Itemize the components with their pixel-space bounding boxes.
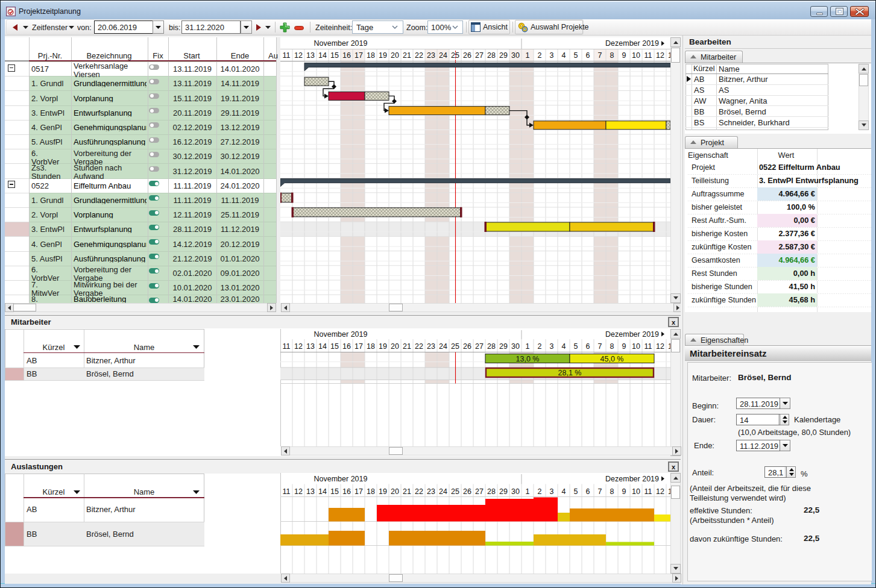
svg-text:45,0 %: 45,0 % <box>600 355 624 363</box>
svg-text:29: 29 <box>499 51 508 60</box>
svg-text:28,1 %: 28,1 % <box>558 369 582 377</box>
svg-text:3: 3 <box>550 51 554 60</box>
svg-text:21: 21 <box>403 342 411 351</box>
svg-text:19: 19 <box>379 342 387 351</box>
svg-text:2: 2 <box>538 342 542 351</box>
svg-text:22: 22 <box>415 487 423 496</box>
svg-text:17: 17 <box>354 342 363 351</box>
svg-text:19: 19 <box>379 487 387 496</box>
svg-text:November 2019: November 2019 <box>314 39 368 48</box>
svg-text:1: 1 <box>526 342 530 351</box>
svg-text:13: 13 <box>306 342 315 351</box>
svg-text:26: 26 <box>463 487 471 496</box>
svg-text:10: 10 <box>632 487 640 496</box>
svg-text:16: 16 <box>342 342 351 351</box>
svg-text:15: 15 <box>330 51 339 60</box>
svg-text:7: 7 <box>598 51 602 60</box>
svg-text:6: 6 <box>586 342 590 351</box>
svg-text:8: 8 <box>610 51 614 60</box>
svg-text:17: 17 <box>354 487 363 496</box>
svg-text:Dezember 2019: Dezember 2019 <box>605 330 659 339</box>
svg-text:28: 28 <box>487 51 496 60</box>
svg-text:18: 18 <box>367 342 375 351</box>
svg-text:3: 3 <box>550 487 554 496</box>
svg-text:Dezember 2019: Dezember 2019 <box>605 475 659 483</box>
svg-text:20: 20 <box>391 487 399 496</box>
svg-text:15: 15 <box>330 487 339 496</box>
svg-text:12: 12 <box>656 342 664 351</box>
svg-text:30: 30 <box>511 487 520 496</box>
svg-text:25: 25 <box>451 342 459 351</box>
svg-text:20: 20 <box>391 51 399 60</box>
svg-text:8: 8 <box>610 342 614 351</box>
svg-text:Dezember 2019: Dezember 2019 <box>605 39 659 48</box>
svg-text:22: 22 <box>415 342 423 351</box>
svg-text:5: 5 <box>574 487 578 496</box>
svg-text:11: 11 <box>283 487 291 496</box>
svg-text:26: 26 <box>463 51 471 60</box>
svg-text:3: 3 <box>550 342 554 351</box>
svg-text:6: 6 <box>586 487 590 496</box>
svg-text:27: 27 <box>475 487 484 496</box>
svg-text:21: 21 <box>403 487 411 496</box>
svg-text:29: 29 <box>499 487 508 496</box>
svg-text:November 2019: November 2019 <box>314 475 368 483</box>
svg-text:7: 7 <box>598 487 602 496</box>
svg-text:28: 28 <box>487 342 496 351</box>
svg-text:6: 6 <box>586 51 590 60</box>
svg-text:12: 12 <box>294 51 303 60</box>
svg-text:13: 13 <box>306 487 315 496</box>
svg-text:November 2019: November 2019 <box>314 330 368 339</box>
svg-text:17: 17 <box>354 51 363 60</box>
svg-text:30: 30 <box>511 51 520 60</box>
svg-text:4: 4 <box>562 342 566 351</box>
svg-text:4: 4 <box>562 487 566 496</box>
svg-text:12: 12 <box>656 51 664 60</box>
svg-text:18: 18 <box>367 487 375 496</box>
svg-text:23: 23 <box>427 51 435 60</box>
svg-text:14: 14 <box>318 487 327 496</box>
svg-text:24: 24 <box>439 51 447 60</box>
svg-text:15: 15 <box>330 342 339 351</box>
svg-text:30: 30 <box>511 342 520 351</box>
svg-text:24: 24 <box>439 487 447 496</box>
svg-text:11: 11 <box>283 342 291 351</box>
svg-text:9: 9 <box>622 342 626 351</box>
svg-text:19: 19 <box>379 51 387 60</box>
svg-text:24: 24 <box>439 342 447 351</box>
svg-text:5: 5 <box>574 51 578 60</box>
svg-text:1: 1 <box>526 487 530 496</box>
svg-text:23: 23 <box>427 342 435 351</box>
svg-text:16: 16 <box>342 487 351 496</box>
svg-text:29: 29 <box>499 342 508 351</box>
svg-text:9: 9 <box>622 487 626 496</box>
svg-text:11: 11 <box>644 342 652 351</box>
svg-text:21: 21 <box>403 51 411 60</box>
svg-text:28: 28 <box>487 487 496 496</box>
svg-text:2: 2 <box>538 487 542 496</box>
svg-text:25: 25 <box>451 487 459 496</box>
svg-text:4: 4 <box>562 51 566 60</box>
svg-text:27: 27 <box>475 51 484 60</box>
svg-text:10: 10 <box>632 51 640 60</box>
svg-text:26: 26 <box>463 342 471 351</box>
svg-text:16: 16 <box>342 51 351 60</box>
svg-text:1: 1 <box>526 51 530 60</box>
svg-text:11: 11 <box>283 51 291 60</box>
svg-text:7: 7 <box>598 342 602 351</box>
svg-text:9: 9 <box>622 51 626 60</box>
svg-text:12: 12 <box>294 342 303 351</box>
svg-text:13,0 %: 13,0 % <box>516 355 540 363</box>
svg-text:18: 18 <box>367 51 375 60</box>
svg-text:14: 14 <box>318 342 327 351</box>
svg-text:14: 14 <box>318 51 327 60</box>
svg-text:2: 2 <box>538 51 542 60</box>
svg-text:12: 12 <box>294 487 303 496</box>
svg-text:5: 5 <box>574 342 578 351</box>
svg-text:12: 12 <box>656 487 664 496</box>
svg-text:27: 27 <box>475 342 484 351</box>
svg-text:13: 13 <box>306 51 315 60</box>
svg-text:23: 23 <box>427 487 435 496</box>
svg-text:11: 11 <box>644 487 652 496</box>
svg-text:10: 10 <box>632 342 640 351</box>
